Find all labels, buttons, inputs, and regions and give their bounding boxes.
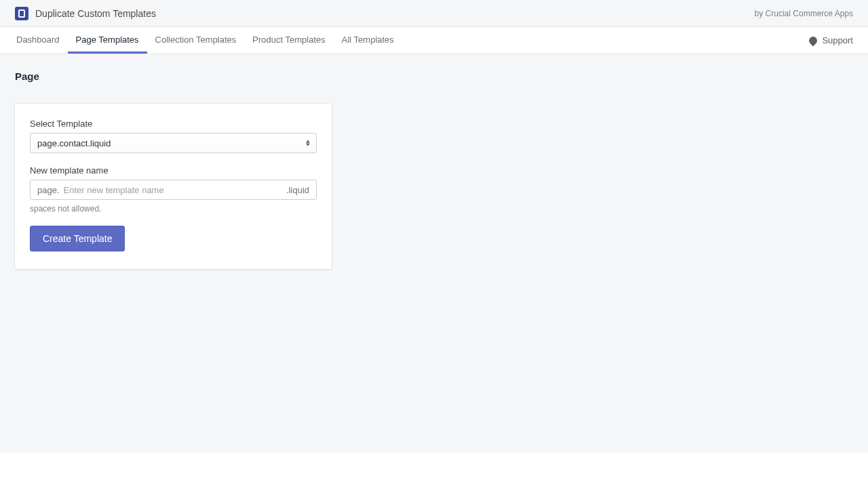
tab-label: Product Templates: [252, 35, 325, 45]
app-title: Duplicate Custom Templates: [35, 8, 156, 19]
tab-label: Collection Templates: [155, 35, 237, 45]
tab-label: All Templates: [342, 35, 394, 45]
nav-tabs: Dashboard Page Templates Collection Temp…: [8, 27, 402, 54]
navbar: Dashboard Page Templates Collection Temp…: [0, 27, 868, 54]
app-logo-icon: [15, 7, 28, 20]
template-name-input[interactable]: [60, 180, 286, 199]
bottom-strip: [0, 453, 868, 488]
topbar-left: Duplicate Custom Templates: [15, 7, 156, 20]
template-name-prefix: page.: [37, 185, 60, 195]
tab-page-templates[interactable]: Page Templates: [68, 27, 147, 54]
topbar: Duplicate Custom Templates by Crucial Co…: [0, 0, 868, 27]
support-label: Support: [822, 35, 853, 45]
chat-icon: [808, 35, 819, 46]
select-template-field[interactable]: page.contact.liquid: [30, 133, 317, 153]
tab-label: Dashboard: [16, 35, 60, 45]
support-link[interactable]: Support: [802, 35, 860, 45]
template-name-group: New template name page. .liquid spaces n…: [30, 165, 317, 214]
page-title: Page: [15, 70, 853, 82]
tab-all-templates[interactable]: All Templates: [334, 27, 402, 54]
select-template-value: page.contact.liquid: [37, 138, 111, 148]
select-template-group: Select Template page.contact.liquid: [30, 119, 317, 153]
vendor-label: by Crucial Commerce Apps: [755, 9, 853, 18]
page-area: Page Select Template page.contact.liquid…: [0, 54, 868, 285]
select-template-label: Select Template: [30, 119, 317, 129]
template-name-suffix: .liquid: [286, 185, 309, 195]
template-name-field-wrap: page. .liquid: [30, 180, 317, 200]
tab-product-templates[interactable]: Product Templates: [244, 27, 333, 54]
create-template-button[interactable]: Create Template: [30, 226, 125, 251]
tab-collection-templates[interactable]: Collection Templates: [147, 27, 245, 54]
template-name-help: spaces not allowed.: [30, 204, 317, 214]
create-template-button-label: Create Template: [43, 233, 112, 244]
template-name-label: New template name: [30, 165, 317, 176]
create-template-card: Select Template page.contact.liquid New …: [15, 104, 332, 269]
tab-dashboard[interactable]: Dashboard: [8, 27, 68, 54]
tab-label: Page Templates: [76, 35, 139, 45]
